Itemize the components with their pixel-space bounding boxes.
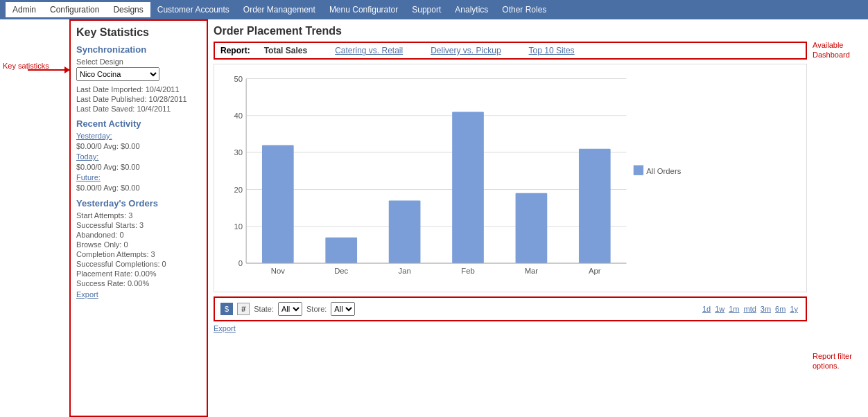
nav-analytics[interactable]: Analytics xyxy=(448,2,495,17)
left-annotation-area: Key satisticks xyxy=(0,19,69,417)
sidebar-title: Key Statistics xyxy=(76,26,201,39)
time-filter-1d[interactable]: 1d xyxy=(702,305,711,313)
state-select[interactable]: All xyxy=(278,302,302,316)
svg-rect-22 xyxy=(579,149,611,263)
stat-item: Success Rate: 0.00% xyxy=(76,279,201,287)
svg-text:0: 0 xyxy=(238,259,243,267)
today-value: $0.00/0 Avg: $0.00 xyxy=(76,163,140,171)
nav-configuration[interactable]: Configuration xyxy=(43,2,106,17)
main-layout: Key satisticks Key Statistics Synchroniz… xyxy=(0,19,868,417)
nav-order-management[interactable]: Order Management xyxy=(236,2,322,17)
svg-rect-20 xyxy=(516,193,548,263)
last-imported: Last Date Imported: 10/4/2011 xyxy=(76,85,201,94)
sync-section-title: Synchronization xyxy=(76,44,201,55)
future-link[interactable]: Future: xyxy=(76,173,201,181)
svg-text:20: 20 xyxy=(234,186,243,194)
nav-admin[interactable]: Admin xyxy=(6,2,43,17)
available-dashboard-annotation: Available Dashboard xyxy=(813,40,865,60)
svg-text:Nov: Nov xyxy=(271,267,285,275)
yesterday-activity: Yesterday: $0.00/0 Avg: $0.00 xyxy=(76,132,201,151)
svg-text:30: 30 xyxy=(234,148,243,157)
content-area: Order Placement Trends Report: Total Sal… xyxy=(208,19,813,417)
design-select[interactable]: Nico Cocina xyxy=(76,67,159,81)
stat-item: Placement Rate: 0.00% xyxy=(76,269,201,278)
time-links-container: 1d1w1mmtd3m6m1y xyxy=(700,304,800,314)
select-design-label: Select Design xyxy=(76,57,201,66)
stat-item: Successful Completions: 0 xyxy=(76,260,201,268)
recent-activity-title: Recent Activity xyxy=(76,118,201,129)
svg-rect-14 xyxy=(325,238,357,263)
yesterdays-orders-title: Yesterday's Orders xyxy=(76,198,201,208)
svg-rect-12 xyxy=(262,145,294,263)
tab-total-sales[interactable]: Total Sales xyxy=(264,46,307,55)
svg-text:Apr: Apr xyxy=(589,267,601,275)
nav-support[interactable]: Support xyxy=(405,2,448,17)
time-filter-1w[interactable]: 1w xyxy=(715,305,724,313)
time-filter-3m[interactable]: 3m xyxy=(761,305,771,313)
svg-rect-26 xyxy=(634,166,643,175)
tab-top10-sites[interactable]: Top 10 Sites xyxy=(529,46,575,55)
store-label: Store: xyxy=(306,305,327,313)
time-filter-6m[interactable]: 6m xyxy=(775,305,785,313)
svg-rect-16 xyxy=(389,200,421,263)
filter-bar: $ # State: All Store: All 1d1w1mmtd3m6m1… xyxy=(214,296,807,321)
time-filter-1m[interactable]: 1m xyxy=(729,305,739,313)
top-navigation: Admin Configuration Designs Customer Acc… xyxy=(0,0,868,19)
report-label: Report: xyxy=(220,46,250,55)
nav-customer-accounts[interactable]: Customer Accounts xyxy=(150,2,236,17)
bar-chart-container: 01020304050NovDecJanFebMarAprAll Orders xyxy=(214,64,807,292)
filter-export-link[interactable]: Export xyxy=(214,324,807,332)
time-filter-mtd[interactable]: mtd xyxy=(743,305,756,313)
stats-container: Start Attempts: 3Successful Starts: 3Aba… xyxy=(76,211,201,287)
store-select[interactable]: All xyxy=(331,302,355,316)
svg-text:50: 50 xyxy=(234,75,243,83)
annotation-arrow-right xyxy=(28,69,69,71)
stat-item: Completion Attempts: 3 xyxy=(76,250,201,258)
today-activity: Today: $0.00/0 Avg: $0.00 xyxy=(76,152,201,172)
filter-bar-wrapper: $ # State: All Store: All 1d1w1mmtd3m6m1… xyxy=(214,296,807,332)
key-statistics-sidebar: Key Statistics Synchronization Select De… xyxy=(69,19,208,417)
dollar-filter-btn[interactable]: $ xyxy=(220,303,233,315)
stat-item: Browse Only: 0 xyxy=(76,240,201,249)
svg-rect-18 xyxy=(452,112,484,263)
svg-text:Dec: Dec xyxy=(334,267,348,275)
stat-item: Abandoned: 0 xyxy=(76,231,201,239)
report-tabs-bar: Report: Total Sales Catering vs. Retail … xyxy=(214,42,807,60)
nav-menu-configurator[interactable]: Menu Configurator xyxy=(322,2,405,17)
svg-text:Jan: Jan xyxy=(399,267,411,275)
last-published: Last Date Published: 10/28/2011 xyxy=(76,95,201,103)
time-filter-1y[interactable]: 1y xyxy=(790,305,798,313)
stat-item: Successful Starts: 3 xyxy=(76,221,201,229)
last-saved: Last Date Saved: 10/4/2011 xyxy=(76,105,201,113)
future-activity: Future: $0.00/0 Avg: $0.00 xyxy=(76,173,201,193)
report-filter-annotation: Report filter options. xyxy=(813,351,865,371)
svg-text:40: 40 xyxy=(234,112,243,120)
today-link[interactable]: Today: xyxy=(76,152,201,161)
yesterday-link[interactable]: Yesterday: xyxy=(76,132,201,140)
hash-filter-btn[interactable]: # xyxy=(237,303,250,315)
bar-chart-svg: 01020304050NovDecJanFebMarAprAll Orders xyxy=(214,64,806,292)
tab-catering-retail[interactable]: Catering vs. Retail xyxy=(335,46,403,55)
chart-title: Order Placement Trends xyxy=(214,25,807,37)
state-label: State: xyxy=(254,305,274,313)
future-value: $0.00/0 Avg: $0.00 xyxy=(76,184,140,192)
right-annotation-area: Available Dashboard Report filter option… xyxy=(813,19,868,417)
yesterday-value: $0.00/0 Avg: $0.00 xyxy=(76,142,140,150)
svg-text:10: 10 xyxy=(234,222,243,231)
nav-other-roles[interactable]: Other Roles xyxy=(495,2,553,17)
nav-designs[interactable]: Designs xyxy=(106,2,150,17)
sidebar-export-link[interactable]: Export xyxy=(76,290,201,299)
tab-delivery-pickup[interactable]: Delivery vs. Pickup xyxy=(431,46,501,55)
svg-text:Feb: Feb xyxy=(461,267,474,275)
stat-item: Start Attempts: 3 xyxy=(76,211,201,220)
svg-text:All Orders: All Orders xyxy=(646,167,681,175)
svg-text:Mar: Mar xyxy=(525,267,539,275)
